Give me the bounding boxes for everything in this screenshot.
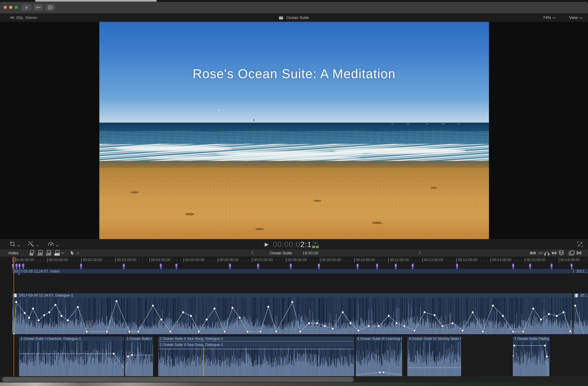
chapter-marker-stem bbox=[530, 268, 531, 269]
ruler-minor-tick bbox=[201, 259, 201, 262]
ruler-minor-tick bbox=[112, 259, 112, 262]
chapter-marker[interactable] bbox=[15, 264, 18, 267]
crop-button[interactable] bbox=[10, 241, 20, 247]
clip-marker-line bbox=[203, 347, 204, 376]
chapter-marker[interactable] bbox=[318, 264, 320, 267]
storyline-clip[interactable]: 3 Ocean Suite III Learning to Liv… bbox=[356, 337, 402, 376]
keywords-button[interactable] bbox=[33, 4, 43, 11]
chapter-marker-stem bbox=[377, 268, 378, 269]
playhead[interactable] bbox=[14, 257, 14, 376]
dialogue-clip[interactable]: 2017-03-26 12.24.07, Dialogue-1 bbox=[12, 293, 572, 334]
ruler-minor-tick bbox=[432, 259, 433, 262]
fullscreen-viewer-button[interactable] bbox=[577, 241, 583, 248]
ruler-minor-tick bbox=[542, 259, 542, 262]
chapter-marker[interactable] bbox=[412, 264, 414, 267]
clip-appearance-button[interactable] bbox=[559, 250, 564, 256]
timeline-ruler[interactable]: 00:00:00:0000:01:00:0000:02:00:0000:03:0… bbox=[0, 257, 588, 263]
viewer-view-menu[interactable]: View bbox=[569, 15, 582, 20]
timeline-toolbar: Index Ocean Suite 18:00:00 bbox=[0, 249, 588, 257]
storyline-clip[interactable]: 2 Ocean Suite II Sea Song, Dialogue-1 bbox=[158, 343, 354, 376]
chapter-marker[interactable] bbox=[19, 264, 21, 267]
snapping-button[interactable] bbox=[551, 250, 557, 256]
ruler-minor-tick bbox=[552, 259, 552, 262]
video-clip[interactable]: 2017-03-26 12.24.07, Video bbox=[12, 269, 572, 273]
close-button[interactable] bbox=[4, 6, 7, 9]
ruler-minor-tick bbox=[419, 259, 419, 262]
ruler-minor-tick bbox=[402, 259, 402, 262]
chapter-marker[interactable] bbox=[22, 264, 24, 267]
storyline-clip[interactable]: 4 Ocean Suite IV Stormy Seas Stormy… bbox=[407, 337, 461, 376]
chapter-marker-stem bbox=[258, 268, 259, 269]
ruler-major-tick bbox=[81, 258, 82, 263]
ruler-minor-tick bbox=[143, 259, 143, 262]
solo-button[interactable] bbox=[544, 250, 549, 256]
ruler-minor-tick bbox=[426, 259, 426, 262]
video-frame[interactable]: Rose's Ocean Suite: A Meditation bbox=[99, 22, 489, 239]
horizontal-scrollbar[interactable] bbox=[2, 377, 354, 382]
audio-skimming-button[interactable] bbox=[538, 251, 544, 256]
through-edit-divider[interactable] bbox=[573, 269, 574, 273]
chapter-marker[interactable] bbox=[376, 264, 378, 267]
chapter-marker[interactable] bbox=[512, 264, 514, 267]
chapter-marker-stem bbox=[16, 268, 17, 269]
chapter-marker[interactable] bbox=[290, 264, 292, 267]
play-button[interactable]: ▶ bbox=[265, 241, 269, 247]
ruler-minor-tick bbox=[460, 259, 460, 262]
storyline-clip[interactable]: 1 Ocean Suite I Ov… bbox=[125, 337, 153, 376]
ruler-minor-tick bbox=[262, 259, 262, 262]
ruler-minor-tick bbox=[167, 259, 167, 262]
storyline-clip[interactable]: 1 Ocean Suite I Overture, Dialogue-1 bbox=[19, 337, 124, 376]
audio-meter-right[interactable] bbox=[316, 241, 319, 248]
chevron-down-icon bbox=[36, 244, 39, 247]
timeline-left-gutter bbox=[0, 257, 13, 376]
ruler-minor-tick bbox=[371, 259, 371, 262]
timeline-area[interactable]: 00:00:00:0000:01:00:0000:02:00:0000:03:0… bbox=[0, 257, 588, 376]
chapter-marker[interactable] bbox=[529, 264, 531, 267]
viewer-zoom-control[interactable]: 74% bbox=[543, 15, 555, 20]
titlebar[interactable] bbox=[0, 2, 588, 14]
todo-marker[interactable] bbox=[18, 274, 20, 275]
ruler-minor-tick bbox=[361, 259, 361, 262]
chevron-down-icon bbox=[552, 16, 556, 19]
chapter-marker[interactable] bbox=[123, 264, 125, 267]
chapter-marker[interactable] bbox=[395, 264, 397, 267]
ruler-timecode-label: 00:03:00:00 bbox=[117, 258, 136, 262]
playhead-pin[interactable] bbox=[12, 257, 15, 262]
timeline-toggle-button[interactable]: ⋈ bbox=[576, 250, 582, 256]
minimize-button[interactable] bbox=[9, 6, 12, 9]
ruler-timecode-label: 00:09:00:00 bbox=[322, 258, 341, 262]
retime-button[interactable] bbox=[48, 241, 58, 247]
trim-tool-button[interactable] bbox=[530, 251, 536, 255]
chapter-marker[interactable] bbox=[570, 264, 573, 267]
storyline-clip[interactable]: 7 Ocean Suite Fading Pa… bbox=[513, 337, 549, 376]
chapter-marker[interactable] bbox=[175, 264, 177, 267]
video-clip-2[interactable]: 2017… bbox=[575, 269, 588, 273]
chapter-marker[interactable] bbox=[80, 264, 82, 267]
timecode-display[interactable]: 00:00:02:12 bbox=[273, 240, 316, 249]
background-tasks-button[interactable] bbox=[45, 4, 55, 11]
chapter-marker[interactable] bbox=[229, 264, 231, 267]
import-media-button[interactable] bbox=[21, 4, 31, 11]
browser-toggle-button[interactable] bbox=[569, 251, 574, 255]
ruler-minor-tick bbox=[204, 259, 204, 262]
ruler-minor-tick bbox=[576, 259, 576, 262]
ruler-minor-tick bbox=[194, 259, 194, 262]
ruler-minor-tick bbox=[214, 259, 214, 262]
storyline-clip[interactable]: 2 Ocean Suite II Sea Song, Dialogue-1 bbox=[158, 337, 354, 342]
ruler-minor-tick bbox=[74, 259, 75, 262]
chapter-marker[interactable] bbox=[357, 264, 359, 267]
ruler-minor-tick bbox=[504, 259, 504, 262]
ruler-minor-tick bbox=[392, 259, 392, 262]
ruler-timecode-label: 00:15:00:00 bbox=[526, 258, 546, 262]
ruler-minor-tick bbox=[364, 259, 364, 262]
chapter-marker[interactable] bbox=[160, 264, 162, 267]
ruler-minor-tick bbox=[78, 259, 78, 262]
chapter-marker[interactable] bbox=[456, 264, 458, 267]
chapter-marker[interactable] bbox=[257, 264, 259, 267]
zoom-button[interactable] bbox=[15, 6, 18, 9]
clip-title: 1 Ocean Suite I Overture, Dialogue-1 bbox=[19, 337, 124, 341]
chapter-marker[interactable] bbox=[550, 264, 553, 267]
audio-meter-left[interactable] bbox=[312, 241, 315, 248]
enhancements-button[interactable] bbox=[28, 241, 39, 247]
dialogue-clip-2[interactable]: 20… bbox=[573, 293, 588, 334]
